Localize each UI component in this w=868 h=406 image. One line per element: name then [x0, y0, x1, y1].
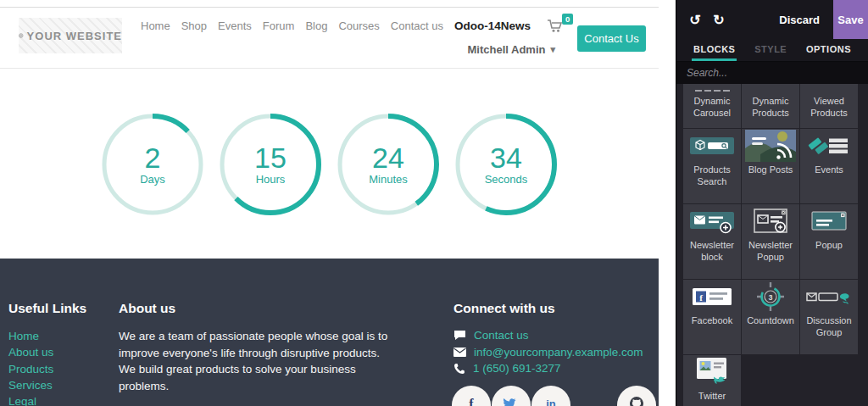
discard-button[interactable]: Discard: [779, 14, 820, 26]
block-dynamic-carousel[interactable]: Dynamic Carousel: [683, 84, 741, 128]
editor-tabs: BLOCKSSTYLEOPTIONS: [676, 39, 868, 62]
nav-item-contact-us[interactable]: Contact us: [391, 19, 443, 32]
events-icon: [802, 129, 856, 163]
block-label: Viewed Products: [800, 94, 858, 119]
countdown-unit: Minutes: [369, 173, 408, 186]
countdown-value: 24: [372, 142, 404, 173]
contact-us-button[interactable]: Contact Us: [577, 25, 646, 52]
about-title: About us: [119, 301, 398, 316]
connect-label: 1 (650) 691-3277: [473, 360, 561, 377]
nav-item-active-site[interactable]: Odoo-14News: [454, 19, 531, 32]
newsletter-block-icon: [685, 204, 739, 238]
block-blog-posts[interactable]: Blog Posts: [742, 129, 799, 203]
site-header: YOUR WEBSITE HomeShopEventsForumBlogCour…: [0, 8, 659, 69]
useful-links-title: Useful Links: [8, 301, 86, 316]
countdown-icon: 3: [743, 280, 798, 314]
block-newsletter-block[interactable]: Newsletter block: [683, 204, 741, 279]
svg-text:3: 3: [768, 293, 772, 302]
block-label: Newsletter block: [683, 238, 741, 263]
nav-item-courses[interactable]: Courses: [338, 19, 379, 32]
viewed-products-icon: [802, 84, 856, 94]
nav-item-shop[interactable]: Shop: [181, 19, 207, 32]
useful-links-list: HomeAbout usProductsServicesLegal: [8, 328, 86, 406]
footer-link-legal[interactable]: Legal: [8, 393, 86, 406]
countdown-unit: Hours: [256, 173, 286, 186]
block-label: Blog Posts: [747, 163, 795, 176]
connect-title: Connect with us: [453, 301, 643, 316]
footer-link-products[interactable]: Products: [8, 361, 86, 377]
footer-connect: Connect with us Contact usinfo@yourcompa…: [453, 301, 643, 377]
search-input[interactable]: [676, 67, 829, 79]
svg-text:f: f: [699, 292, 703, 303]
block-label: Twitter: [697, 389, 727, 403]
countdown-snippet: 2Days15Hours24Minutes34Seconds: [0, 70, 659, 259]
products-search-icon: [685, 129, 739, 163]
social-github-button[interactable]: [617, 386, 656, 406]
globe-icon: [19, 29, 24, 42]
block-newsletter-popup[interactable]: Newsletter Popup: [742, 204, 799, 279]
social-facebook-button[interactable]: f: [452, 386, 491, 406]
block-events[interactable]: Events: [800, 129, 858, 203]
svg-text:f: f: [469, 397, 474, 406]
tab-options[interactable]: OPTIONS: [804, 39, 853, 61]
nav-item-blog[interactable]: Blog: [305, 19, 327, 32]
tab-style[interactable]: STYLE: [753, 39, 788, 61]
social-twitter-button[interactable]: [492, 386, 531, 406]
block-label: Dynamic Products: [742, 94, 799, 119]
footer-link-about-us[interactable]: About us: [8, 344, 86, 360]
connect-label: Contact us: [474, 327, 529, 344]
block-twitter[interactable]: Twitter: [683, 355, 741, 406]
twitter-icon: [503, 395, 520, 406]
website-preview: YOUR WEBSITE HomeShopEventsForumBlogCour…: [0, 0, 659, 406]
block-products-search[interactable]: Products Search: [683, 129, 741, 203]
envelope-icon: [453, 348, 466, 357]
connect-item-contact-us[interactable]: Contact us: [453, 327, 643, 344]
twitter-icon: [685, 355, 739, 389]
undo-icon[interactable]: ↺: [683, 12, 707, 28]
dynamic-carousel-icon: [685, 84, 739, 94]
footer-link-services[interactable]: Services: [8, 377, 86, 393]
facebook-icon: f: [685, 280, 739, 314]
user-menu[interactable]: Mitchell Admin ▾: [468, 43, 556, 56]
nav-item-forum[interactable]: Forum: [263, 19, 295, 32]
facebook-icon: f: [463, 395, 480, 406]
countdown-unit: Seconds: [485, 173, 528, 186]
connect-item-1-650-691-3277[interactable]: 1 (650) 691-3277: [453, 360, 643, 377]
page-top-strip: [0, 0, 659, 8]
block-facebook[interactable]: fFacebook: [683, 280, 741, 354]
connect-label: info@yourcompany.example.com: [474, 344, 643, 361]
save-button[interactable]: Save: [833, 0, 868, 39]
connect-item-info-yourcompany-example-com[interactable]: info@yourcompany.example.com: [453, 344, 643, 361]
block-countdown[interactable]: 3Countdown: [742, 280, 799, 354]
countdown-circle-minutes[interactable]: 24Minutes: [336, 112, 441, 217]
block-discussion-group[interactable]: Discussion Group: [800, 280, 858, 354]
nav-item-home[interactable]: Home: [141, 19, 170, 32]
chevron-down-icon: ▾: [550, 44, 555, 55]
footer-link-home[interactable]: Home: [8, 328, 86, 344]
site-logo[interactable]: YOUR WEBSITE: [19, 18, 122, 53]
editor-panel: ↺ ↻ Discard Save BLOCKSSTYLEOPTIONS Dyna…: [676, 0, 868, 406]
block-dynamic-products[interactable]: Dynamic Products: [742, 84, 799, 128]
block-viewed-products[interactable]: Viewed Products: [800, 84, 858, 128]
logo-text: YOUR WEBSITE: [27, 30, 122, 42]
main-nav: HomeShopEventsForumBlogCoursesContact us…: [141, 19, 573, 33]
countdown-circle-days[interactable]: 2Days: [100, 112, 205, 217]
block-label: Newsletter Popup: [742, 238, 799, 263]
redo-icon[interactable]: ↻: [707, 12, 731, 28]
phone-icon: [453, 363, 465, 375]
block-label: Dynamic Carousel: [683, 94, 741, 119]
tab-blocks[interactable]: BLOCKS: [692, 39, 737, 61]
block-label: Facebook: [690, 314, 734, 327]
blocks-grid: Dynamic CarouselDynamic ProductsViewed P…: [683, 84, 860, 406]
social-linkedin-button[interactable]: in: [531, 386, 570, 406]
countdown-value: 34: [490, 142, 522, 173]
cart-button[interactable]: 0: [547, 19, 573, 33]
block-popup[interactable]: Popup: [800, 204, 858, 279]
chat-icon: [453, 330, 466, 341]
countdown-circle-seconds[interactable]: 34Seconds: [453, 112, 559, 217]
countdown-unit: Days: [140, 173, 165, 186]
nav-item-events[interactable]: Events: [218, 19, 252, 32]
editor-toolbar: ↺ ↻ Discard Save: [676, 0, 868, 39]
countdown-circle-hours[interactable]: 15Hours: [218, 112, 323, 217]
linkedin-icon: in: [542, 395, 559, 406]
